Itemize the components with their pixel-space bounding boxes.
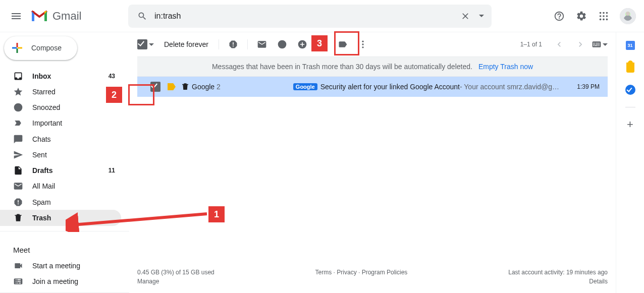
sidebar-item-label: Starred: [32, 88, 115, 96]
mail-subject: Security alert for your linked Google Ac…: [320, 83, 460, 91]
sidebar-item-spam[interactable]: Spam: [0, 194, 121, 210]
hamburger-icon: [10, 10, 22, 22]
content-area: Delete forever 1–1 of 1 Messages that h: [129, 32, 616, 293]
mail-icon: [257, 39, 267, 49]
calendar-addon[interactable]: [625, 40, 635, 50]
footer: 0.45 GB (3%) of 15 GB used Manage Terms …: [137, 269, 608, 285]
mark-unread-button[interactable]: [252, 34, 272, 54]
move-folder-icon: [317, 39, 328, 49]
clear-search-button[interactable]: [455, 6, 475, 26]
svg-point-18: [362, 46, 363, 48]
tasks-icon: [625, 85, 635, 95]
input-tools-button[interactable]: [592, 39, 608, 49]
plus-icon: +: [627, 119, 633, 130]
keep-addon[interactable]: [625, 63, 635, 73]
more-actions-button[interactable]: [353, 34, 373, 54]
clock-icon: [13, 102, 23, 112]
header-bar: Gmail: [0, 0, 644, 32]
sidebar-item-important[interactable]: Important: [0, 115, 121, 131]
last-activity: Last account activity: 19 minutes ago: [508, 269, 608, 276]
older-button[interactable]: [570, 34, 591, 54]
mail-icon: [13, 181, 23, 191]
help-icon: [554, 11, 565, 22]
sidebar: Compose Inbox 43 Starred Snoozed Importa…: [0, 32, 129, 293]
svg-point-6: [600, 18, 602, 20]
chevron-left-icon: [554, 39, 564, 49]
report-spam-button[interactable]: [223, 34, 243, 54]
select-all-checkbox[interactable]: [137, 39, 154, 49]
sidebar-item-starred[interactable]: Starred: [0, 84, 121, 99]
compose-plus-icon: [11, 42, 23, 54]
sidebar-item-allmail[interactable]: All Mail: [0, 179, 121, 194]
policies-link[interactable]: Program Policies: [362, 269, 408, 276]
sidebar-item-sent[interactable]: Sent: [0, 147, 121, 162]
sidebar-item-label: Important: [32, 119, 115, 127]
search-input[interactable]: [152, 5, 455, 28]
delete-forever-button[interactable]: Delete forever: [164, 40, 208, 48]
sidebar-item-snoozed[interactable]: Snoozed: [0, 99, 121, 115]
compose-button[interactable]: Compose: [4, 36, 77, 60]
tasks-addon[interactable]: [625, 85, 635, 95]
add-to-tasks-button[interactable]: [292, 34, 312, 54]
sidebar-item-label: Drafts: [32, 166, 109, 174]
trash-indicator-icon: [181, 82, 190, 91]
svg-point-4: [603, 15, 605, 17]
send-icon: [13, 150, 23, 160]
gmail-logo[interactable]: Gmail: [30, 10, 124, 23]
add-task-icon: [297, 39, 307, 49]
sidebar-item-drafts[interactable]: Drafts 11: [0, 162, 121, 178]
checkbox-checked-icon: [137, 39, 147, 49]
sidebar-item-chats[interactable]: Chats: [0, 131, 121, 147]
search-bar: [128, 5, 492, 28]
search-button[interactable]: [132, 6, 152, 26]
more-vert-icon: [358, 39, 368, 49]
close-icon: [460, 11, 470, 21]
draft-icon: [13, 165, 23, 175]
svg-rect-14: [12, 47, 17, 49]
search-options-button[interactable]: [475, 6, 488, 26]
support-button[interactable]: [549, 6, 569, 26]
trash-info-banner: Messages that have been in Trash more th…: [137, 56, 608, 77]
privacy-link[interactable]: Privacy: [337, 269, 356, 276]
get-addons-button[interactable]: +: [625, 120, 635, 130]
account-avatar[interactable]: [620, 8, 636, 24]
snooze-button[interactable]: [272, 34, 292, 54]
move-to-button[interactable]: [312, 34, 333, 54]
important-icon: [13, 118, 23, 128]
gear-icon: [576, 11, 587, 22]
labels-button[interactable]: [333, 34, 353, 54]
newer-button[interactable]: [549, 34, 569, 54]
compose-label: Compose: [31, 44, 62, 52]
sidebar-item-label: Inbox: [32, 72, 109, 80]
page-count: 1–1 of 1: [520, 41, 542, 48]
mail-time: 1:39 PM: [569, 83, 600, 90]
chevron-down-icon: [603, 43, 608, 46]
sidebar-item-count: 43: [109, 73, 115, 80]
meet-start-meeting[interactable]: Start a meeting: [0, 258, 121, 274]
sidebar-item-inbox[interactable]: Inbox 43: [0, 68, 121, 84]
empty-trash-link[interactable]: Empty Trash now: [478, 63, 533, 71]
meet-section-header: Meet: [0, 240, 129, 258]
manage-storage-link[interactable]: Manage: [137, 278, 214, 285]
keyboard-icon: [592, 39, 602, 49]
svg-rect-12: [17, 43, 18, 47]
terms-link[interactable]: Terms: [315, 269, 332, 276]
mail-row[interactable]: Google 2 Google Security alert for your …: [137, 77, 608, 97]
select-all-dropdown-icon[interactable]: [149, 43, 154, 46]
sidebar-item-label: Trash: [32, 214, 115, 222]
mail-snippet: - Your account smrz.david@g…: [460, 83, 559, 91]
search-icon: [137, 11, 147, 21]
settings-button[interactable]: [571, 6, 592, 26]
sidebar-item-trash[interactable]: Trash: [0, 210, 121, 225]
activity-details-link[interactable]: Details: [508, 278, 608, 285]
clock-icon: [277, 39, 287, 49]
mail-checkbox[interactable]: [150, 82, 160, 92]
apps-button[interactable]: [594, 6, 614, 26]
svg-point-3: [600, 15, 602, 17]
sidebar-item-label: Chats: [32, 135, 115, 143]
apps-grid-icon: [598, 11, 609, 22]
main-menu-button[interactable]: [4, 4, 28, 28]
important-marker-icon[interactable]: [168, 83, 176, 90]
inbox-icon: [13, 71, 23, 81]
meet-join-meeting[interactable]: Join a meeting: [0, 274, 121, 289]
